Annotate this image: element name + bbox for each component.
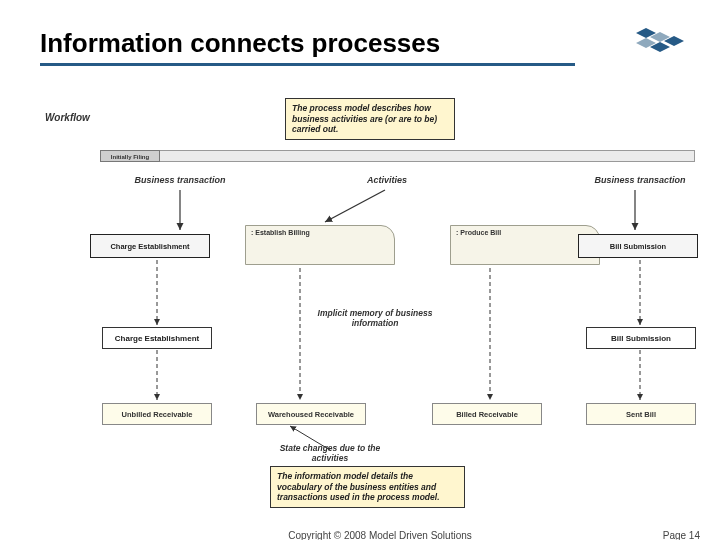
label-business-transaction-right: Business transaction (585, 175, 695, 185)
page-number: Page 14 (663, 530, 700, 540)
diagram: Workflow Initially Filing The process mo… (30, 90, 690, 490)
callout-process-model: The process model describes how business… (285, 98, 455, 140)
bt-bill-submission: Bill Submission (578, 234, 698, 258)
workflow-label: Workflow (40, 112, 95, 123)
swimlane-tab: Initially Filing (100, 150, 160, 162)
note-state-changes: State changes due to the activities (270, 443, 390, 463)
box-charge-establishment: Charge Establishment (102, 327, 212, 349)
state-warehoused-receivable: Warehoused Receivable (256, 403, 366, 425)
state-billed-receivable: Billed Receivable (432, 403, 542, 425)
svg-line-6 (325, 190, 385, 222)
bt-charge-establishment: Charge Establishment (90, 234, 210, 258)
label-business-transaction-left: Business transaction (125, 175, 235, 185)
title-block: Information connects processes (40, 28, 640, 66)
callout-info-model: The information model details the vocabu… (270, 466, 465, 508)
state-unbilled-receivable: Unbilled Receivable (102, 403, 212, 425)
activity-establish-billing: : Establish Billing (245, 225, 395, 265)
logo-icon (622, 22, 690, 62)
copyright-text: Copyright © 2008 Model Driven Solutions (250, 530, 510, 540)
note-implicit-memory: Implicit memory of business information (310, 308, 440, 328)
box-bill-submission: Bill Submission (586, 327, 696, 349)
swimlane-bar (100, 150, 695, 162)
label-activities: Activities (352, 175, 422, 185)
page-title: Information connects processes (40, 28, 640, 59)
state-sent-bill: Sent Bill (586, 403, 696, 425)
title-underline (40, 63, 575, 66)
